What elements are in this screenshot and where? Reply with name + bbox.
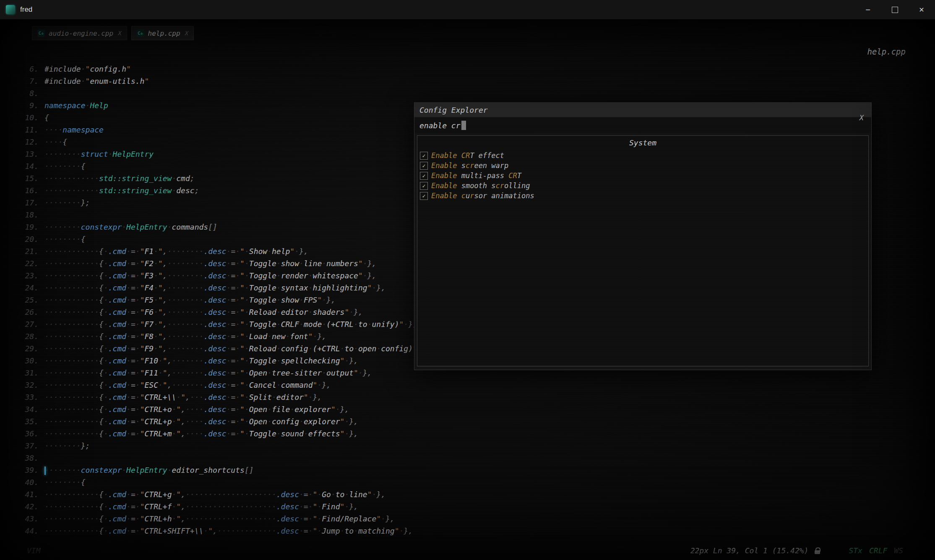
cpp-file-icon: C+ [37,29,45,37]
config-option[interactable]: ✓Enable screen warp [420,161,868,171]
line-content: ········}; [44,198,90,207]
config-search-query: enable cr [419,121,461,130]
tab-close-button[interactable]: X [185,30,188,36]
line-number: 18. [12,209,44,221]
crt-screen: C+audio-engine.cppXC+help.cppX help.cpp … [0,19,935,560]
config-option-label: Enable smooth scrolling [431,181,530,190]
line-content: ········constexpr·HelpEntry·commands[] [44,223,217,231]
line-number: 21. [12,245,44,257]
line-content: ········}; [44,441,90,450]
line-content: ········struct·HelpEntry [44,150,154,158]
checkbox-checked-icon[interactable]: ✓ [420,172,428,180]
status-flags: STxCRLFWS [849,546,903,555]
line-content: ············{·.cmd·=·"F3·",········.desc… [44,271,376,280]
checkbox-checked-icon[interactable]: ✓ [420,192,428,200]
line-number: 22. [12,257,44,270]
lock-body [815,550,820,554]
tab-audio-engine.cpp[interactable]: C+audio-engine.cppX [32,26,127,40]
config-option-label: Enable cursor animations [431,192,534,200]
popup-close-button[interactable]: X [859,114,864,122]
search-cursor [461,121,466,130]
line-content: ····namespace [44,125,104,134]
code-line[interactable]: 43.············{·.cmd·=·"CTRL+h·",······… [12,513,929,525]
window-title: fred [20,5,32,14]
editor-window: fred ─ ✕ C+audio-engine.cppXC+help.cppX … [0,0,935,560]
line-number: 23. [12,270,44,282]
code-line[interactable]: 41.············{·.cmd·=·"CTRL+g·",······… [12,488,929,500]
close-button[interactable]: ✕ [908,0,935,19]
config-option[interactable]: ✓Enable CRT effect [420,150,868,161]
code-line[interactable]: 40.········{ [12,476,929,488]
checkbox-checked-icon[interactable]: ✓ [420,182,428,190]
line-content: ············{·.cmd·=·"CTRL+o·",····.desc… [44,405,349,414]
code-line[interactable]: 42.············{·.cmd·=·"CTRL+f·",······… [12,500,929,513]
code-line[interactable]: 33.············{·.cmd·=·"CTRL+\\·",···.d… [12,391,929,403]
line-content: ············{·.cmd·=·"F7·",········.desc… [44,320,417,329]
checkbox-checked-icon[interactable]: ✓ [420,152,428,160]
status-right: 22px Ln 39, Col 1 (15.42%) STxCRLFWS [690,546,903,555]
status-flag-CRLF: CRLF [869,546,887,555]
config-option-label: Enable screen warp [431,161,508,170]
maximize-button[interactable] [881,0,908,19]
line-number: 39. [12,464,44,476]
checkbox-checked-icon[interactable]: ✓ [420,162,428,170]
status-bar: VIM 22px Ln 39, Col 1 (15.42%) STxCRLFWS [27,546,903,555]
line-number: 13. [12,148,44,160]
line-number: 40. [12,476,44,488]
line-content: ············std::string_view·cmd; [44,174,195,183]
config-option[interactable]: ✓Enable smooth scrolling [420,181,868,191]
tab-bar: C+audio-engine.cppXC+help.cppX [32,26,194,40]
code-line[interactable]: 36.············{·.cmd·=·"CTRL+m·",····.d… [12,428,929,440]
line-number: 28. [12,330,44,342]
line-content: ············{·.cmd·=·"F8·",········.desc… [44,332,326,341]
code-line[interactable]: 35.············{·.cmd·=·"CTRL+p·",····.d… [12,415,929,428]
code-line[interactable]: 32.············{·.cmd·=·"ESC·",·······.d… [12,379,929,391]
code-line[interactable]: 38. [12,452,929,464]
line-content: ············{·.cmd·=·"F1·",········.desc… [44,247,308,256]
cursor-position-info: 22px Ln 39, Col 1 (15.42%) [690,546,809,555]
line-number: 24. [12,282,44,294]
window-controls: ─ ✕ [854,0,935,19]
status-flag-STx: STx [849,546,862,555]
line-content: ············{·.cmd·=·"CTRL+g·",·········… [44,490,385,499]
code-line[interactable]: 44.············{·.cmd·=·"CTRL+SHIFT+\\·"… [12,525,929,537]
code-line[interactable]: 7.#include·"enum-utils.h" [12,75,929,87]
tab-help.cpp[interactable]: C+help.cppX [131,26,194,40]
window-titlebar: fred ─ ✕ [0,0,935,20]
line-content: ············{·.cmd·=·"F6·",········.desc… [44,308,363,316]
cpp-file-icon: C+ [137,29,144,37]
line-content: ············{·.cmd·=·"CTRL+h·",·········… [44,514,395,523]
line-number: 42. [12,500,44,513]
line-content: ············{·.cmd·=·"F10·",·······.desc… [44,356,358,365]
line-content: ········{ [44,235,86,244]
line-number: 37. [12,440,44,452]
lock-icon [814,547,821,554]
line-content: ············{·.cmd·=·"CTRL+p·",····.desc… [44,417,358,426]
code-line[interactable]: 8. [12,87,929,99]
code-line[interactable]: 34.············{·.cmd·=·"CTRL+o·",····.d… [12,403,929,415]
line-number: 6. [12,63,44,75]
config-options: ✓Enable CRT effect✓Enable screen warp✓En… [417,150,868,201]
line-number: 7. [12,75,44,87]
code-line[interactable]: 37.········}; [12,440,929,452]
config-option[interactable]: ✓Enable cursor animations [420,191,868,201]
line-number: 15. [12,172,44,184]
line-number: 27. [12,318,44,330]
code-line[interactable]: 39.········constexpr·HelpEntry·editor_sh… [12,464,929,476]
line-number: 36. [12,428,44,440]
app-icon [6,5,15,14]
line-content: #include·"enum-utils.h" [44,77,149,86]
line-content: ············{·.cmd·=·"F2·",········.desc… [44,259,376,268]
config-option[interactable]: ✓Enable multi-pass CRT [420,171,868,181]
line-content: ········constexpr·HelpEntry·editor_short… [44,466,254,474]
config-results-panel: System ✓Enable CRT effect✓Enable screen … [417,135,869,366]
line-content: ············{·.cmd·=·"CTRL+SHIFT+\\·",··… [44,526,413,535]
tab-close-button[interactable]: X [118,30,121,36]
code-line[interactable]: 6.#include·"config.h" [12,63,929,75]
line-content: #include·"config.h" [44,65,131,73]
line-content: namespace·Help [44,101,108,110]
maximize-icon [892,7,898,13]
line-number: 19. [12,221,44,233]
config-search-input[interactable]: enable cr [414,117,871,133]
minimize-button[interactable]: ─ [854,0,881,19]
